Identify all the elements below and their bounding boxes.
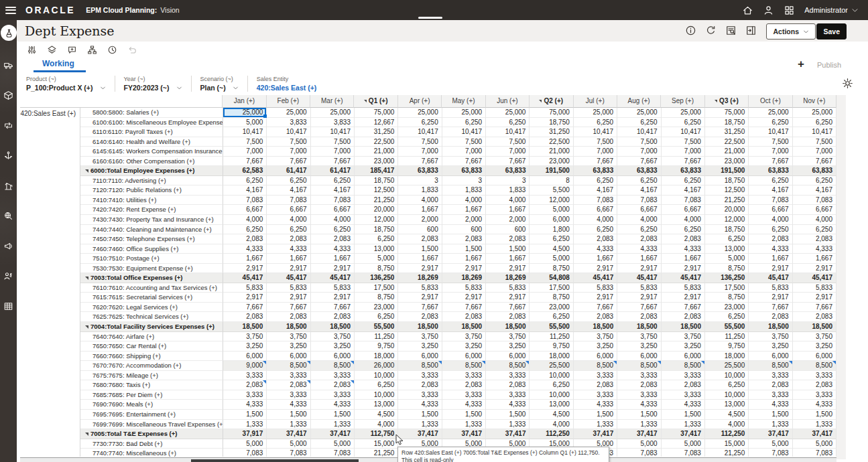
grid-cell[interactable]: 2,917 [267,293,310,303]
grid-cell[interactable]: 45,417 [574,273,617,283]
grid-cell[interactable]: 1,333 [662,420,705,430]
grid-cell[interactable]: 4,000 [355,420,398,430]
grid-cell[interactable]: 4,167 [223,185,267,196]
grid-cell[interactable]: 5,833 [442,283,486,293]
grid-cell[interactable]: 10,417 [223,127,267,137]
grid-cell[interactable]: 4,333 [267,400,310,410]
column-header-jun[interactable]: Jun (+) [486,95,530,108]
grid-cell[interactable]: 7,500 [223,137,267,147]
grid-cell[interactable]: 25,500 [705,361,749,371]
grid-cell[interactable]: 18,500 [617,322,661,332]
grid-cell[interactable]: 37,417 [574,429,617,439]
grid-cell[interactable]: 37,417 [617,429,661,439]
grid-cell[interactable]: 12,000 [530,196,573,206]
grid-cell[interactable]: 2,917 [486,264,530,274]
grid-cell[interactable]: 2,083 [793,312,836,322]
grid-cell[interactable]: 3,250 [267,341,310,352]
actions-button[interactable]: Actions [766,23,816,40]
grid-cell[interactable]: 2,083 [662,312,705,322]
grid-cell[interactable]: 2,000 [442,215,486,225]
grid-cell[interactable]: 3,250 [793,341,836,352]
account-row-header[interactable]: 6140:6140: Health and Welfare (+) [80,137,223,147]
grid-cell[interactable]: 2,000 [398,215,442,225]
grid-cell[interactable]: 75,000 [355,108,398,118]
account-row-header[interactable]: 7670:7670: Accommodation (+) [80,361,223,371]
grid-cell[interactable]: 1,500 [486,410,530,420]
grid-cell[interactable]: 1,333 [793,420,836,430]
grid-cell[interactable]: 25,000 [398,108,442,118]
account-row-header[interactable]: 5800:5800: Salaries (+) [80,108,223,118]
chevron-down-icon[interactable] [100,85,106,91]
grid-cell[interactable]: 2,917 [793,264,836,274]
grid-cell[interactable]: 1,833 [442,185,486,196]
grid-cell[interactable]: 10,417 [398,127,442,137]
grid-cell[interactable]: 3,750 [574,332,617,342]
grid-cell[interactable]: 2,083 [223,234,267,244]
grid-cell[interactable]: 2,917 [311,264,355,274]
grid-cell[interactable]: 7,667 [442,303,486,313]
grid-cell[interactable]: 1,667 [486,254,530,264]
grid-cell[interactable]: 7,500 [617,137,661,147]
grid-cell[interactable]: 6,000 [662,352,705,362]
grid-cell[interactable]: 7,000 [793,147,836,157]
grid-cell[interactable]: 7,667 [617,157,661,167]
grid-cell[interactable]: 25,000 [311,108,355,118]
grid-cell[interactable]: 1,500 [442,410,486,420]
grid-cell[interactable]: 5,500 [530,185,573,196]
grid-cell[interactable]: 2,083 [267,380,310,390]
grid-cell[interactable]: 25,000 [267,108,310,118]
grid-cell[interactable]: 6,250 [486,118,530,128]
gear-icon[interactable] [842,78,853,89]
rail-icon-announce[interactable] [0,237,17,254]
grid-cell[interactable]: 11,250 [530,332,573,342]
grid-cell[interactable]: 4,333 [442,400,486,410]
grid-cell[interactable]: 5,833 [793,283,836,293]
grid-cell[interactable]: 25,000 [662,108,705,118]
account-row-header[interactable]: 7620:7620: Legal Services (+) [80,303,223,313]
grid-cell[interactable]: 4,167 [267,185,310,196]
grid-cell[interactable]: 7,000 [749,147,792,157]
grid-cell[interactable]: 2,917 [398,264,442,274]
grid-cell[interactable]: 7,000 [311,147,355,157]
grid-cell[interactable]: 4,167 [749,185,792,196]
column-header-feb[interactable]: Feb (+) [267,95,310,108]
grid-cell[interactable]: 18,750 [705,118,749,128]
grid-cell[interactable]: 7,000 [662,147,705,157]
grid-cell[interactable]: 3 [398,176,442,186]
grid-cell[interactable]: 22,500 [530,137,573,147]
grid-cell[interactable]: 1,667 [442,205,486,215]
grid-cell[interactable]: 2,083 [662,380,705,390]
grid-cell[interactable]: 7,083 [793,449,836,457]
grid-cell[interactable]: 6,250 [749,176,792,186]
grid-cell[interactable]: 18,750 [355,225,398,235]
rail-icon-crane[interactable] [0,177,17,194]
rail-icon-package[interactable] [0,86,17,104]
grid-cell[interactable]: 1,667 [793,254,836,264]
grid-cell[interactable]: 4,167 [662,185,705,196]
grid-cell[interactable]: 5,000 [355,254,398,264]
grid-cell[interactable]: 7,667 [267,303,310,313]
pov-scenario[interactable]: Scenario (~)Plan (~) [200,76,239,92]
grid-cell[interactable]: 5,000 [530,254,573,264]
grid-cell[interactable]: 7,667 [749,303,792,313]
grid-cell[interactable]: 18,269 [442,273,486,283]
grid-cell[interactable]: 3,750 [486,332,530,342]
grid-cell[interactable]: 23,000 [705,157,749,167]
grid-cell[interactable]: 8,750 [705,293,749,303]
account-row-header[interactable]: 6145:6145: Workers Compensation Insuranc… [80,147,223,157]
grid-cell[interactable]: 9,750 [355,341,398,352]
grid-cell[interactable]: 61,417 [311,166,355,176]
grid-cell[interactable]: 6,000 [530,215,573,225]
grid-cell[interactable]: 1,833 [398,185,442,196]
grid-cell[interactable]: 18,500 [223,322,267,332]
grid-cell[interactable]: 7,083 [617,449,661,457]
grid-cell[interactable]: 21,000 [530,147,573,157]
grid-cell[interactable]: 25,500 [530,361,573,371]
grid-cell[interactable]: 5,000 [749,439,792,449]
grid-cell[interactable]: 2,917 [574,293,617,303]
account-row-header[interactable]: 7110:7110: Advertising (+) [80,176,223,186]
grid-cell[interactable]: 6,250 [793,118,836,128]
grid-cell[interactable]: 12,500 [705,185,749,196]
grid-cell[interactable]: 18,000 [705,352,749,362]
grid-cell[interactable]: 6,667 [311,205,355,215]
